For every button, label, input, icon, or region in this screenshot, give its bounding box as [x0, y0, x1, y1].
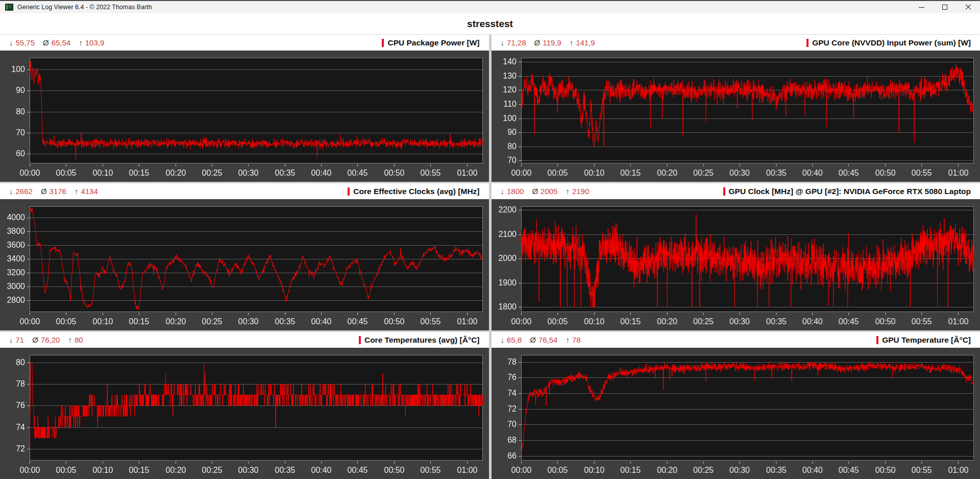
max-value: 141,9 [576, 38, 595, 47]
min-arrow-icon: ↓ [501, 336, 505, 344]
chart-title-label: GPU Core (NVVDD) Input Power (sum) [W] [812, 38, 971, 47]
page-title: stresstest [467, 18, 513, 30]
min-arrow-icon: ↓ [9, 187, 13, 196]
chart-canvas-cpu-package-power[interactable] [0, 51, 489, 182]
chart-canvas-core-temperatures[interactable] [0, 348, 489, 479]
app-icon [5, 4, 13, 11]
minimize-button[interactable] [910, 1, 933, 13]
avg-icon: Ø [534, 38, 541, 47]
avg-value: 76,54 [538, 336, 558, 344]
min-arrow-icon: ↓ [501, 38, 505, 47]
chart-title-label: Core Temperatures (avg) [Â°C] [364, 336, 480, 345]
chart-header: ↓71 Ø76,20 ↑80 Core Temperatures (avg) [… [0, 332, 489, 348]
close-icon [965, 4, 971, 10]
chart-stats: ↓65,8 Ø76,54 ↑78 [501, 336, 589, 344]
charts-grid: ↓55,75 Ø65,54 ↑103,9 CPU Package Power [… [0, 35, 980, 479]
chart-title: GPU Clock [MHz] @ GPU [#2]: NVIDIA GeFor… [723, 187, 971, 196]
minimize-icon [919, 7, 924, 8]
chart-title: CPU Package Power [W] [382, 38, 479, 47]
max-value: 103,9 [85, 38, 105, 47]
chart-header: ↓55,75 Ø65,54 ↑103,9 CPU Package Power [… [0, 35, 489, 51]
chart-stats: ↓55,75 Ø65,54 ↑103,9 [9, 38, 112, 47]
avg-value: 119,9 [543, 38, 561, 47]
max-arrow-icon: ↑ [75, 187, 79, 196]
chart-stats: ↓71 Ø76,20 ↑80 [9, 336, 91, 344]
avg-value: 2005 [541, 187, 557, 196]
max-value: 2190 [572, 187, 589, 196]
close-button[interactable] [957, 1, 980, 13]
chart-panel-core-temperatures: ↓71 Ø76,20 ↑80 Core Temperatures (avg) [… [0, 332, 489, 479]
avg-value: 65,54 [52, 38, 71, 47]
series-color-chip [382, 39, 384, 47]
max-arrow-icon: ↑ [570, 38, 574, 47]
chart-panel-cpu-package-power: ↓55,75 Ø65,54 ↑103,9 CPU Package Power [… [0, 35, 489, 182]
min-arrow-icon: ↓ [501, 187, 505, 196]
chart-title-label: GPU Temperature [Â°C] [882, 336, 971, 345]
window-title: Generic Log Viewer 6.4 - © 2022 Thomas B… [17, 4, 910, 11]
chart-title: Core Temperatures (avg) [Â°C] [359, 336, 480, 345]
chart-stats: ↓1800 Ø2005 ↑2190 [501, 187, 598, 196]
max-value: 4134 [81, 187, 97, 196]
chart-header: ↓2662 Ø3176 ↑4134 Core Effective Clocks … [0, 183, 489, 199]
max-arrow-icon: ↑ [79, 38, 83, 47]
avg-icon: Ø [532, 187, 538, 196]
series-color-chip [806, 39, 808, 47]
max-value: 80 [75, 336, 83, 344]
chart-stats: ↓71,28 Ø119,9 ↑141,9 [501, 38, 603, 47]
avg-icon: Ø [43, 38, 49, 47]
min-arrow-icon: ↓ [9, 38, 13, 47]
avg-icon: Ø [41, 187, 47, 196]
min-value: 65,8 [507, 336, 522, 344]
max-arrow-icon: ↑ [566, 336, 570, 344]
chart-title-label: Core Effective Clocks (avg) [MHz] [353, 187, 479, 196]
series-color-chip [348, 187, 350, 196]
series-color-chip [876, 336, 878, 344]
min-arrow-icon: ↓ [9, 336, 13, 344]
chart-panel-gpu-clock: ↓1800 Ø2005 ↑2190 GPU Clock [MHz] @ GPU … [492, 183, 980, 330]
avg-icon: Ø [530, 336, 536, 344]
chart-canvas-gpu-temperature[interactable] [492, 348, 980, 479]
chart-canvas-gpu-clock[interactable] [492, 199, 980, 330]
chart-panel-gpu-temperature: ↓65,8 Ø76,54 ↑78 GPU Temperature [Â°C] [492, 332, 980, 479]
chart-title: GPU Core (NVVDD) Input Power (sum) [W] [806, 38, 971, 47]
max-value: 78 [572, 336, 581, 344]
chart-title: GPU Temperature [Â°C] [876, 336, 971, 345]
maximize-button[interactable] [933, 1, 957, 13]
series-color-chip [359, 336, 361, 344]
avg-icon: Ø [32, 336, 38, 344]
chart-title-label: GPU Clock [MHz] @ GPU [#2]: NVIDIA GeFor… [729, 187, 971, 196]
min-value: 55,75 [16, 38, 35, 47]
window-controls [910, 1, 980, 13]
chart-header: ↓1800 Ø2005 ↑2190 GPU Clock [MHz] @ GPU … [492, 183, 980, 199]
chart-stats: ↓2662 Ø3176 ↑4134 [9, 187, 106, 196]
avg-value: 76,20 [41, 336, 60, 344]
max-arrow-icon: ↑ [566, 187, 570, 196]
series-color-chip [723, 187, 725, 196]
document-header: stresstest [0, 13, 980, 35]
chart-title-label: CPU Package Power [W] [387, 38, 479, 47]
min-value: 1800 [507, 187, 524, 196]
min-value: 71,28 [507, 38, 526, 47]
chart-panel-gpu-input-power: ↓71,28 Ø119,9 ↑141,9 GPU Core (NVVDD) In… [492, 35, 980, 182]
chart-header: ↓65,8 Ø76,54 ↑78 GPU Temperature [Â°C] [492, 332, 980, 348]
min-value: 71 [16, 336, 24, 344]
chart-title: Core Effective Clocks (avg) [MHz] [348, 187, 479, 196]
chart-canvas-core-effective-clocks[interactable] [0, 199, 489, 330]
max-arrow-icon: ↑ [68, 336, 72, 344]
maximize-icon [942, 5, 947, 10]
window-titlebar: Generic Log Viewer 6.4 - © 2022 Thomas B… [0, 0, 980, 13]
chart-panel-core-effective-clocks: ↓2662 Ø3176 ↑4134 Core Effective Clocks … [0, 183, 489, 330]
avg-value: 3176 [50, 187, 66, 196]
chart-header: ↓71,28 Ø119,9 ↑141,9 GPU Core (NVVDD) In… [492, 35, 980, 51]
chart-canvas-gpu-input-power[interactable] [492, 51, 980, 182]
min-value: 2662 [16, 187, 33, 196]
